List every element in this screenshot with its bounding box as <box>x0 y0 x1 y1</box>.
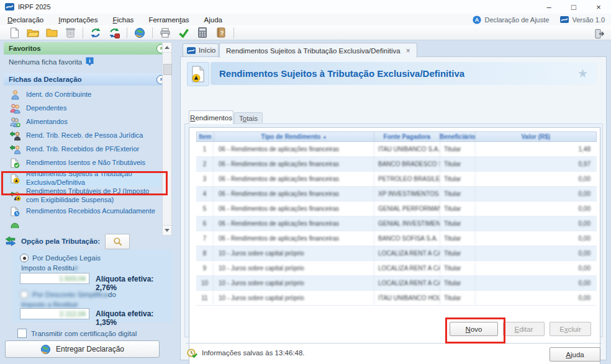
table-row[interactable]: 7 06 - Rendimentos de aplicações finance… <box>196 231 597 246</box>
info-icon: i <box>86 57 94 66</box>
table-row[interactable]: 2 06 - Rendimentos de aplicações finance… <box>196 157 597 172</box>
radio-desconto-simplificado[interactable] <box>20 290 29 299</box>
table-row[interactable]: 9 10 - Juros sobre capital próprio LOCAL… <box>196 261 597 276</box>
cell-beneficiario: Titular <box>440 246 476 260</box>
menu-fichas[interactable]: Fichas <box>105 14 141 25</box>
menu-ajuda[interactable]: Ajuda <box>197 14 230 25</box>
tab-close-icon[interactable]: × <box>406 47 410 55</box>
cell-item: 1 <box>196 142 214 156</box>
entregar-declaracao-button[interactable]: Entregar Declaração <box>5 340 160 358</box>
title-bar: IRPF 2025 – □ × <box>0 0 611 14</box>
verify-button[interactable] <box>174 26 193 40</box>
sidebar-item-rend-isentos[interactable]: Rendimentos Isentos e Não Tributáveis <box>4 156 161 170</box>
ajuda-button[interactable]: Ajuda <box>550 347 600 362</box>
menu-importacoes[interactable]: Importações <box>51 14 105 25</box>
table-row[interactable]: 8 10 - Juros sobre capital próprio LOCAL… <box>196 246 597 261</box>
scrollbar-thumb[interactable] <box>163 64 172 75</box>
search-icon <box>113 237 122 246</box>
cell-fonte-pagadora: ITAU UNIBANCO S.A. <box>374 142 440 156</box>
cell-item: 4 <box>196 187 214 201</box>
tab-rendimentos[interactable]: Rendimentos <box>189 110 233 124</box>
cell-tipo-rendimento: 10 - Juros sobre capital próprio <box>214 276 374 290</box>
cell-item: 8 <box>196 246 214 260</box>
favorite-star-icon[interactable]: ★ <box>577 66 588 81</box>
sidebar-item-rend-trib-suspensa[interactable]: Rendimentos Tributáveis de PJ (Imposto c… <box>4 187 161 205</box>
desconto-simplificado-label: Por Desconto Simplificado <box>32 291 116 298</box>
taxation-search-button[interactable] <box>105 234 130 249</box>
sidebar-item-partial[interactable] <box>4 218 161 232</box>
cell-fonte-pagadora: GENIAL PERFORMANCE F... <box>374 202 440 216</box>
cell-valor: 0,00 <box>476 216 597 231</box>
two-persons-icon <box>9 104 21 113</box>
trash-icon <box>66 27 75 38</box>
page-header: Rendimentos Sujeitos à Tributação Exclus… <box>210 62 597 85</box>
import-button[interactable] <box>86 26 105 40</box>
cell-item: 10 <box>196 276 214 290</box>
delete-declaration-button[interactable] <box>61 26 79 40</box>
close-button[interactable]: × <box>586 0 611 14</box>
calculator-button[interactable] <box>193 26 212 40</box>
sidebar-item-rend-acumuladamente[interactable]: Rendimentos Recebidos Acumuladamente <box>4 205 161 218</box>
favorites-header[interactable]: Favoritos « <box>4 42 170 55</box>
scroll-down-button[interactable] <box>163 225 171 235</box>
editar-button[interactable]: Editar <box>503 322 545 336</box>
cell-valor: 0,00 <box>476 231 597 246</box>
table-row[interactable]: 5 06 - Rendimentos de aplicações finance… <box>196 202 597 216</box>
table-row[interactable]: 10 10 - Juros sobre capital próprio LOCA… <box>196 276 597 291</box>
maximize-button[interactable]: □ <box>561 0 586 14</box>
sidebar-item-alimentandos[interactable]: Alimentandos <box>4 115 161 129</box>
menu-ferramentas[interactable]: Ferramentas <box>141 14 196 25</box>
exit-button[interactable] <box>590 27 609 40</box>
cell-fonte-pagadora: LOCALIZA RENT A CAR S.A <box>374 276 440 290</box>
sidebar-scrollbar[interactable] <box>162 42 172 236</box>
cell-tipo-rendimento: 06 - Rendimentos de aplicações financeir… <box>214 172 374 186</box>
backup-button[interactable] <box>105 26 124 40</box>
imposto-restituir-label: Imposto a Restituir <box>21 264 78 272</box>
open-declaration-button[interactable] <box>24 26 42 40</box>
sidebar-item-ident-contribuinte[interactable]: Ident. do Contribuinte <box>4 88 161 102</box>
tab-rendimentos-exclusiva[interactable]: Rendimentos Sujeitos à Tributação Exclus… <box>219 43 417 58</box>
tab-inicio[interactable]: Início <box>183 43 219 56</box>
sidebar-item-dependentes[interactable]: Dependentes <box>4 102 161 115</box>
digital-certificate-checkbox[interactable] <box>17 329 27 338</box>
cell-fonte-pagadora: BANCO BRADESCO S.A. <box>374 157 440 171</box>
arrow-person-warning-icon <box>9 191 21 201</box>
imposto-restituir-value: 1.503,04 <box>20 273 89 284</box>
toolbar-separator <box>83 27 83 38</box>
table-row[interactable]: 6 06 - Rendimentos de aplicações finance… <box>196 216 597 231</box>
radio-deducoes-legais[interactable] <box>20 254 29 262</box>
new-declaration-button[interactable] <box>5 26 24 40</box>
novo-button[interactable]: Novo <box>450 322 498 336</box>
table-row[interactable]: 3 06 - Rendimentos de aplicações finance… <box>196 172 597 187</box>
cell-item: 6 <box>196 216 214 231</box>
sidebar-item-rend-exclusiva[interactable]: Rendimentos Sujeitos à Tributação Exclus… <box>4 170 161 187</box>
cell-valor: 0,00 <box>476 246 597 260</box>
sidebar-item-rend-trib-pj[interactable]: Rend. Trib. Receb. de Pessoa Jurídica <box>4 129 161 143</box>
taxation-title: Opção pela Tributação: <box>21 237 100 245</box>
table-header[interactable]: Item Tipo de Rendimento▲ Fonte Pagadora … <box>196 131 597 142</box>
scroll-up-button[interactable] <box>163 43 171 53</box>
fichas-header[interactable]: Fichas da Declaração « <box>4 73 170 86</box>
print-button[interactable] <box>156 26 174 40</box>
minimize-button[interactable]: – <box>536 0 561 14</box>
excluir-button[interactable]: Excluir <box>550 322 591 336</box>
page-title: Rendimentos Sujeitos à Tributação Exclus… <box>219 68 464 79</box>
sort-asc-icon: ▲ <box>322 135 327 139</box>
cell-valor: 1,48 <box>476 142 597 156</box>
persons-plus-icon <box>9 117 21 127</box>
cell-tipo-rendimento: 06 - Rendimentos de aplicações financeir… <box>214 142 374 156</box>
cell-beneficiario: Titular <box>440 216 476 231</box>
table-row[interactable]: 1 06 - Rendimentos de aplicações finance… <box>196 142 597 157</box>
tab-totais[interactable]: Totais <box>234 112 263 124</box>
declarations-folder-button[interactable] <box>42 26 61 40</box>
sidebar-item-rend-trib-pf[interactable]: Rend. Trib. Recebidos de PF/Exterior <box>4 143 161 156</box>
table-row[interactable]: 4 06 - Rendimentos de aplicações finance… <box>196 187 597 202</box>
table-body: 1 06 - Rendimentos de aplicações finance… <box>196 142 597 306</box>
cell-item: 3 <box>196 172 214 186</box>
cell-beneficiario: Titular <box>440 276 476 290</box>
menu-declaracao[interactable]: Declaração <box>0 14 51 25</box>
transmit-button[interactable] <box>130 26 149 40</box>
help-content-button[interactable]: ? <box>212 26 230 40</box>
table-row[interactable]: 11 10 - Juros sobre capital próprio ITAU… <box>196 291 597 306</box>
toolbar-separator <box>233 27 234 38</box>
